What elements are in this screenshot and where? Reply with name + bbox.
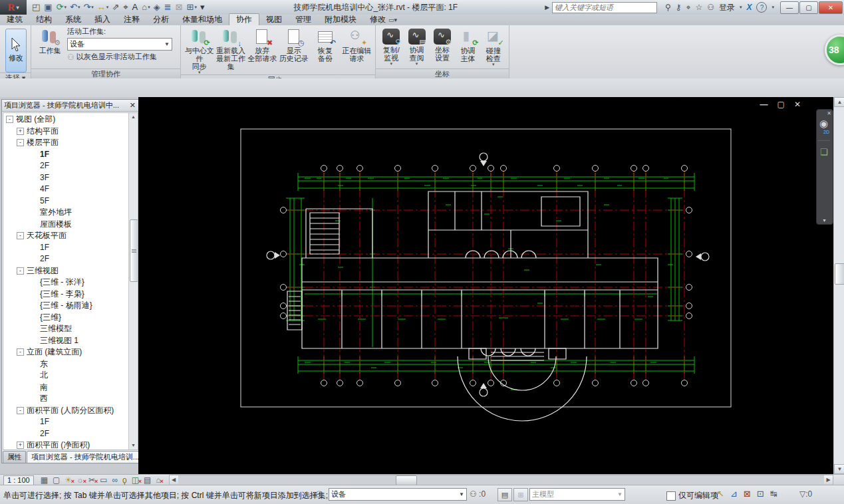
show-history-button[interactable]: ◷ 显示 历史记录 (278, 27, 309, 63)
aligned-dimension-icon[interactable]: ⇗ (110, 1, 121, 13)
tree-item[interactable]: 1F (3, 149, 138, 161)
scroll-up-icon[interactable]: ▲ (129, 113, 138, 121)
modify-button[interactable]: 修改 (5, 29, 27, 72)
sync-with-central-button[interactable]: ⟳ 与中心文件 同步 ▾ (184, 27, 215, 74)
search-input[interactable] (552, 2, 657, 13)
filter-icon[interactable]: ▽:0 (799, 489, 812, 499)
shadows-icon[interactable]: ☼ × (76, 475, 84, 485)
tree-item[interactable]: 东 (3, 358, 138, 370)
steering-wheel-icon[interactable]: ◉ (819, 118, 828, 130)
ribbon-tab[interactable]: 结构 (29, 14, 59, 25)
ribbon-tab[interactable]: 管理 (289, 14, 318, 25)
tree-item[interactable]: -视图 (全部) (3, 114, 138, 126)
scroll-left-icon[interactable]: ◀ (170, 475, 178, 484)
navbar-close-icon[interactable]: ✕ (827, 110, 831, 116)
close-hidden-windows-icon[interactable]: ⊠ (174, 1, 185, 13)
reload-latest-button[interactable]: ↓ 重新载入 最新工作集 (215, 27, 246, 70)
relinquish-all-button[interactable]: ✖ 放弃 全部请求 (247, 27, 278, 63)
undo-icon[interactable]: ↶ ▾ (69, 1, 81, 13)
ribbon-tab[interactable]: 视图 (259, 14, 289, 25)
coordinate-settings-button[interactable]: ⚙ 坐标 设置 (430, 27, 455, 62)
scrollbar-thumb[interactable] (396, 475, 417, 485)
analytical-model-icon[interactable]: ⌂ × (156, 475, 160, 485)
tree-expander-icon[interactable]: - (17, 267, 24, 275)
tree-item[interactable]: 2F (3, 253, 138, 265)
thin-lines-icon[interactable]: ≣ (163, 1, 174, 13)
gray-inactive-worksets-toggle[interactable]: ⚇ 以灰色显示非活动工作集 (67, 52, 172, 62)
scroll-down-icon[interactable]: ▼ (834, 464, 844, 474)
help-chevron-icon[interactable]: ▾ (772, 5, 774, 10)
copy-monitor-button[interactable]: ⚲ 复制/ 监视 ▾ (378, 27, 404, 66)
detail-level-icon[interactable]: ▦ (41, 475, 48, 485)
select-pinned-elements-icon[interactable]: ⊠ (744, 489, 751, 499)
tree-item[interactable]: {三维 - 李枭} (3, 289, 138, 301)
floor-plan-view[interactable] (138, 97, 833, 474)
design-options-dialog-icon[interactable]: ▤ (497, 488, 512, 501)
active-workset-status-select[interactable]: 设备 ▼ (329, 488, 467, 501)
zoom-tool-icon[interactable]: ❏ (820, 147, 828, 157)
editing-requests-button[interactable]: ✦ 正在编辑 请求 (341, 27, 372, 63)
tree-item[interactable]: -楼层平面 (3, 137, 138, 149)
restore-backup-button[interactable]: ↶ 恢复 备份 (309, 27, 341, 63)
ribbon-tab[interactable]: 分析 (146, 14, 176, 25)
restore-button[interactable]: ▢ (799, 1, 818, 14)
design-option-select[interactable]: 主模型 ▼ (529, 488, 625, 501)
project-browser-header[interactable]: 项目浏览器 - 技师学院机电培训中... ✕ (2, 100, 139, 112)
ribbon-tab[interactable]: 协作 (229, 13, 259, 25)
checkbox[interactable] (666, 491, 676, 501)
tree-item[interactable]: 4F (3, 184, 138, 195)
tree-item[interactable]: 南 (3, 382, 138, 394)
revit-app-button[interactable]: R▾ (0, 0, 27, 15)
favorites-star-icon[interactable]: ☆ (695, 3, 702, 12)
tree-expander-icon[interactable]: - (17, 348, 24, 356)
tree-item[interactable]: +面积平面 (净面积) (3, 440, 138, 450)
tree-item[interactable]: -面积平面 (人防分区面积) (3, 405, 138, 417)
customize-qat-icon[interactable]: ▾ (199, 1, 207, 13)
ribbon-tab[interactable]: 体量和场地 (176, 14, 229, 25)
crop-region-icon[interactable]: ▭ (100, 475, 107, 485)
tree-item[interactable]: 3F (3, 172, 138, 184)
tree-item[interactable]: +结构平面 (3, 126, 138, 138)
text-icon[interactable]: A (131, 1, 140, 13)
tree-item[interactable]: 2F (3, 160, 138, 172)
worksharing-display-icon[interactable]: ◫ × (132, 475, 139, 485)
scroll-down-icon[interactable]: ▼ (129, 441, 138, 449)
section-icon[interactable]: ◈ (152, 1, 162, 13)
select-underlay-elements-icon[interactable]: ⊿ (730, 489, 738, 499)
add-to-set-icon[interactable]: ⊞ (513, 488, 528, 501)
vertical-scrollbar[interactable]: ▲ ▼ (833, 97, 844, 474)
scrollbar-thumb[interactable] (130, 219, 138, 282)
editable-only-checkbox[interactable]: 仅可编辑项 (666, 490, 718, 501)
tree-expander-icon[interactable]: - (6, 116, 13, 123)
tree-item[interactable]: {三维} (3, 312, 138, 324)
temporary-hide-isolate-icon[interactable]: ∞ (112, 475, 118, 485)
ribbon-tab[interactable]: 附加模块 (318, 14, 363, 25)
search-icon[interactable]: ⚲ (665, 3, 671, 12)
tree-item[interactable]: {三维 - 张洋} (3, 277, 138, 289)
default-3d-view-icon[interactable]: ⌂ ▾ (140, 1, 151, 13)
exchange-apps-icon[interactable]: X (746, 3, 752, 12)
coordination-host-button[interactable]: ⟳ 协调 主体 (455, 27, 480, 63)
minimize-button[interactable]: — (780, 1, 799, 14)
tree-item[interactable]: 1F (3, 416, 138, 428)
tree-expander-icon[interactable]: - (17, 232, 24, 239)
ribbon-tab[interactable]: 注释 (117, 14, 146, 25)
tree-item[interactable]: 2F (3, 428, 138, 440)
tree-item[interactable]: 西 (3, 393, 138, 405)
tree-item[interactable]: 室外地坪 (3, 207, 138, 219)
interference-check-button[interactable]: ✓ 碰撞 检查 ▾ (481, 27, 506, 66)
tree-item[interactable]: {三维 - 杨雨迪} (3, 300, 138, 312)
signin-button[interactable]: 登录 (719, 2, 735, 13)
drag-elements-on-selection-icon[interactable]: ↹ (770, 489, 777, 499)
ribbon-tab[interactable]: 系统 (59, 14, 88, 25)
select-elements-by-face-icon[interactable]: ⊡ (757, 489, 764, 499)
communication-center-icon[interactable]: ⌖ (686, 3, 691, 12)
scale-button[interactable]: 1 : 100 (3, 475, 34, 485)
ribbon-tab[interactable]: 插入 (88, 14, 117, 25)
help-icon[interactable]: ? (756, 2, 767, 13)
close-button[interactable]: ✕ (819, 1, 843, 14)
infocenter-collapse-icon[interactable]: ▶ (545, 4, 549, 11)
open-icon[interactable]: ◰ (31, 1, 42, 13)
signin-person-icon[interactable]: ⚇ (707, 3, 714, 12)
scroll-up-icon[interactable]: ▲ (834, 97, 844, 107)
